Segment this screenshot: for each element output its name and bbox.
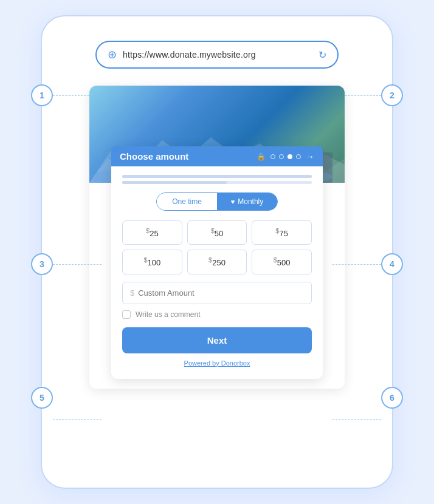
amount-grid: $25 $50 $75 $100 $250 $500 (122, 220, 312, 274)
donate-panel: Choose amount 🔒 → (111, 146, 323, 379)
amount-250[interactable]: $250 (187, 250, 247, 274)
comment-checkbox[interactable] (122, 310, 131, 319)
dot-1 (270, 154, 275, 159)
progress-fill-1 (122, 175, 312, 178)
corner-label-6: 6 (381, 387, 403, 409)
corner-label-2: 2 (381, 84, 403, 106)
panel-title-text: Choose amount (120, 151, 188, 162)
step-dots (270, 154, 301, 159)
url-text: https://www.donate.mywebsite.org (123, 50, 312, 60)
custom-amount-wrapper[interactable]: $ (122, 282, 312, 304)
lock-icon: 🔒 (257, 152, 266, 161)
custom-amount-input[interactable] (138, 288, 304, 298)
dot-2 (279, 154, 284, 159)
forward-arrow-icon: → (306, 152, 314, 162)
dot-3 (288, 154, 292, 159)
monthly-button[interactable]: ♥ Monthly (217, 193, 277, 210)
progress-bars (122, 175, 312, 184)
comment-row[interactable]: Write us a comment (122, 310, 312, 319)
dashed-line-3 (53, 264, 102, 265)
next-button[interactable]: Next (122, 327, 312, 353)
address-bar: ⊕ https://www.donate.mywebsite.org ↻ (95, 41, 339, 69)
progress-bar-1 (122, 175, 312, 178)
frequency-toggle[interactable]: One time ♥ Monthly (156, 192, 278, 211)
reload-icon[interactable]: ↻ (319, 49, 326, 61)
heart-icon: ♥ (231, 198, 235, 205)
panel-header-icons: 🔒 → (257, 152, 314, 162)
tablet-frame: 1 2 3 4 5 6 ⊕ https://www.donate.mywebsi… (41, 15, 393, 489)
comment-label: Write us a comment (136, 310, 200, 319)
corner-label-4: 4 (381, 253, 403, 275)
amount-75[interactable]: $75 (252, 220, 312, 245)
dashed-line-6 (332, 419, 381, 420)
corner-label-5: 5 (31, 387, 53, 409)
amount-50[interactable]: $50 (187, 220, 247, 245)
dashed-line-5 (53, 419, 102, 420)
amount-25[interactable]: $25 (122, 220, 182, 245)
amount-500[interactable]: $500 (252, 250, 312, 274)
powered-by-link[interactable]: Powered by Donorbox (122, 359, 312, 367)
dot-4 (296, 154, 301, 159)
progress-bar-2 (122, 181, 312, 184)
add-tab-icon: ⊕ (108, 48, 117, 61)
progress-fill-2 (122, 181, 227, 184)
corner-label-3: 3 (31, 253, 53, 275)
browser-content: Choose amount 🔒 → (89, 86, 345, 389)
dashed-line-4 (332, 264, 381, 265)
amount-100[interactable]: $100 (122, 250, 182, 274)
one-time-button[interactable]: One time (157, 193, 217, 210)
corner-label-1: 1 (31, 84, 53, 106)
currency-symbol: $ (130, 288, 134, 298)
panel-header-bar: Choose amount 🔒 → (111, 146, 323, 166)
